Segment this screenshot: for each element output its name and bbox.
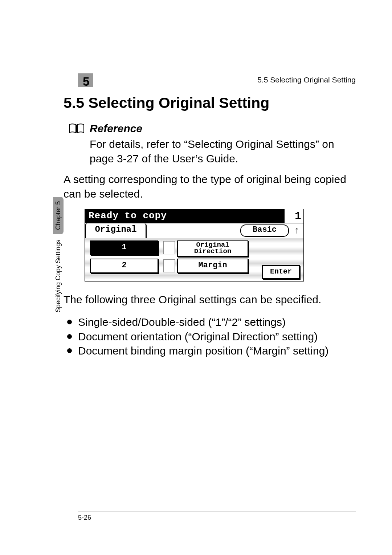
reference-body: For details, refer to “Selecting Origina… <box>90 137 358 166</box>
double-page-icon <box>163 259 175 272</box>
lcd-up-arrow-icon[interactable]: ↑ <box>290 225 303 236</box>
single-page-icon <box>163 241 175 254</box>
reference-block: Reference For details, refer to “Selecti… <box>69 122 358 166</box>
lcd-option-1[interactable]: 1 <box>90 240 158 255</box>
lcd-option-2[interactable]: 2 <box>90 259 158 273</box>
book-icon <box>69 123 85 134</box>
list-item: Document binding margin position (“Margi… <box>66 344 358 358</box>
list-item-text: Document orientation (“Original Directio… <box>78 331 318 343</box>
lcd-orig-dir-line2: Direction <box>178 248 248 255</box>
section-title: 5.5 Selecting Original Setting <box>64 94 358 112</box>
reference-label: Reference <box>90 122 142 135</box>
page-number: 5-26 <box>78 514 91 522</box>
lcd-enter-button[interactable]: Enter <box>262 265 300 279</box>
side-label: Specifying Copy Settings Chapter 5 <box>53 197 64 312</box>
settings-list: Single-sided/Double-sided (“1”/“2” setti… <box>64 315 358 358</box>
intro-paragraph: A setting corresponding to the type of o… <box>64 172 358 201</box>
lcd-margin-button[interactable]: Margin <box>177 259 248 273</box>
list-item: Document orientation (“Original Directio… <box>66 329 358 344</box>
side-chapter-tab: Chapter 5 <box>53 197 64 234</box>
lcd-screenshot: Ready to copy 1 Original Basic ↑ 1 2 Ori… <box>85 209 304 281</box>
side-section: Specifying Copy Settings <box>54 240 62 312</box>
lcd-basic-button[interactable]: Basic <box>240 224 289 237</box>
followup-paragraph: The following three Original settings ca… <box>64 292 358 307</box>
lcd-option-2-label: 2 <box>91 259 158 272</box>
header-rule <box>78 87 356 87</box>
lcd-tab-original[interactable]: Original <box>85 223 147 238</box>
lcd-status: Ready to copy <box>85 209 284 223</box>
list-item-text: Single-sided/Double-sided (“1”/“2” setti… <box>78 316 286 328</box>
chapter-number-tab: 5 <box>78 73 93 87</box>
footer-rule <box>78 511 356 511</box>
lcd-original-direction-button[interactable]: Original Direction <box>177 240 248 257</box>
list-item-text: Document binding margin position (“Margi… <box>78 345 328 357</box>
list-item: Single-sided/Double-sided (“1”/“2” setti… <box>66 315 358 329</box>
lcd-option-1-label: 1 <box>91 241 158 254</box>
lcd-copy-count: 1 <box>284 209 303 223</box>
running-head: 5.5 Selecting Original Setting <box>257 76 356 84</box>
